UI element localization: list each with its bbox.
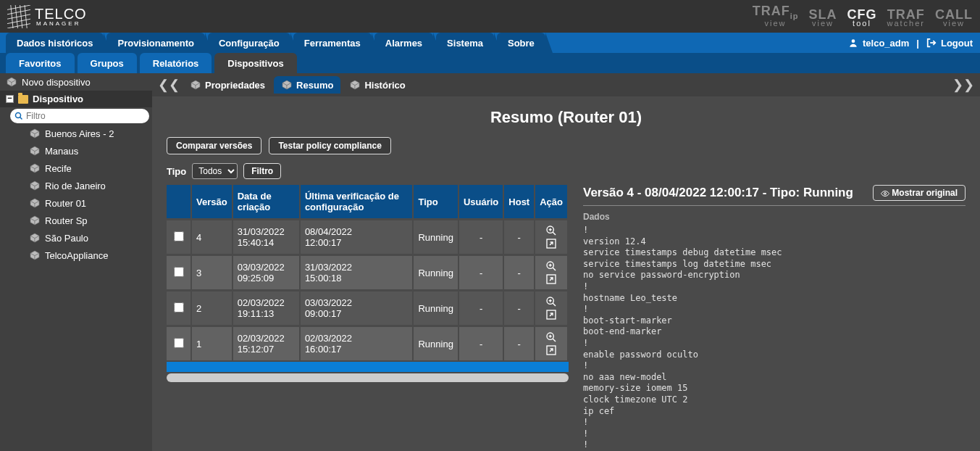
device-item[interactable]: TelcoAppliance	[0, 247, 152, 264]
nav-ferramentas[interactable]: Ferramentas	[293, 33, 372, 53]
col-header: Data de criação	[233, 185, 300, 220]
logout-icon	[926, 38, 937, 48]
table-row[interactable]: 431/03/202215:40:1408/04/202212:00:17Run…	[167, 220, 568, 255]
user-icon	[848, 38, 858, 48]
device-icon	[190, 79, 201, 91]
table-row[interactable]: 303/03/202209:25:0931/03/202215:00:18Run…	[167, 255, 568, 291]
collapse-left-icon[interactable]: ❮❮	[158, 77, 180, 93]
detail-title: Versão 4 - 08/04/2022 12:00:17 - Tipo: R…	[583, 186, 853, 200]
row-checkbox[interactable]	[174, 338, 184, 348]
svg-line-7	[20, 5, 22, 28]
nav-dados-históricos[interactable]: Dados históricos	[6, 33, 104, 53]
device-item[interactable]: Manaus	[0, 142, 152, 160]
svg-point-30	[884, 192, 887, 194]
module-switcher: TRAFipviewSLAviewCFGtoolTRAFwatcherCALLv…	[753, 5, 973, 27]
compare-versions-button[interactable]: Comparar versões	[167, 137, 261, 154]
zoom-icon[interactable]	[545, 331, 557, 343]
device-item[interactable]: Buenos Aires - 2	[0, 125, 152, 142]
col-header: Versão	[191, 185, 233, 220]
config-output: ! version 12.4 service timestamps debug …	[583, 225, 966, 451]
sidebar-filter-input[interactable]	[10, 109, 149, 123]
module-cfg[interactable]: CFGtool	[847, 9, 876, 28]
col-header: Usuário	[458, 185, 503, 220]
module-traf[interactable]: TRAFwatcher	[887, 9, 925, 28]
brand-name: TELCO	[35, 6, 87, 22]
test-policy-compliance-button[interactable]: Testar policy compliance	[269, 137, 391, 154]
zoom-icon[interactable]	[545, 260, 557, 272]
eye-icon	[881, 189, 889, 198]
module-traf-ip[interactable]: TRAFipview	[753, 5, 799, 27]
open-external-icon[interactable]	[545, 273, 557, 285]
svg-point-9	[852, 39, 855, 43]
filter-button[interactable]: Filtro	[243, 163, 281, 179]
type-filter-label: Tipo	[167, 166, 186, 177]
device-icon	[29, 180, 41, 191]
device-item[interactable]: São Paulo	[0, 229, 152, 247]
nav-configuração[interactable]: Configuração	[208, 33, 290, 53]
nav-provisionamento[interactable]: Provisionamento	[106, 33, 204, 53]
svg-line-11	[553, 232, 556, 235]
page-title: Resumo (Router 01)	[167, 108, 966, 127]
subnav-favoritos[interactable]: Favoritos	[6, 53, 75, 73]
subnav-relatórios[interactable]: Relatórios	[140, 53, 212, 73]
svg-line-26	[553, 339, 556, 342]
col-header: Host	[503, 185, 535, 220]
device-item[interactable]: Router 01	[0, 194, 152, 212]
show-original-button[interactable]: Mostrar original	[873, 185, 966, 201]
new-device-link[interactable]: Novo dispositivo	[0, 73, 152, 91]
nav-sistema[interactable]: Sistema	[436, 33, 494, 53]
detail-section-label: Dados	[583, 212, 966, 222]
col-header: Tipo	[413, 185, 458, 220]
device-icon	[29, 249, 41, 261]
col-header: Ação	[535, 185, 568, 220]
col-header: Última verificação de configuração	[300, 185, 414, 220]
folder-icon	[18, 95, 28, 104]
device-icon	[29, 197, 41, 209]
collapse-icon[interactable]: −	[6, 95, 14, 103]
username[interactable]: telco_adm	[863, 38, 909, 49]
logout-link[interactable]: Logout	[941, 38, 973, 49]
svg-line-16	[553, 268, 556, 270]
breadcrumb-histórico[interactable]: Histórico	[342, 76, 412, 94]
open-external-icon[interactable]	[545, 238, 557, 249]
horizontal-scrollbar[interactable]	[167, 373, 569, 382]
table-row[interactable]: 202/03/202219:11:1303/03/202209:00:17Run…	[167, 291, 568, 326]
subnav-dispositivos[interactable]: Dispositivos	[214, 53, 296, 73]
brand-logo[interactable]: TELCO MANAGER	[7, 5, 87, 28]
versions-table: VersãoData de criaçãoÚltima verificação …	[167, 185, 569, 360]
table-row[interactable]: 102/03/202215:12:0702/03/202216:00:17Run…	[167, 326, 568, 361]
brand-sub: MANAGER	[35, 20, 87, 27]
nav-alarmes[interactable]: Alarmes	[374, 33, 433, 53]
device-icon	[29, 215, 41, 226]
row-checkbox[interactable]	[174, 267, 184, 277]
device-item[interactable]: Rio de Janeiro	[0, 177, 152, 194]
device-icon	[6, 76, 17, 88]
svg-line-1	[7, 9, 30, 14]
module-call[interactable]: CALLview	[935, 9, 973, 28]
svg-line-3	[7, 19, 30, 23]
row-checkbox[interactable]	[174, 231, 184, 241]
expand-right-icon[interactable]: ❯❯	[952, 77, 974, 93]
subnav-grupos[interactable]: Grupos	[78, 53, 137, 73]
device-item[interactable]: Recife	[0, 160, 152, 177]
device-icon	[29, 145, 41, 157]
device-item[interactable]: Router Sp	[0, 212, 152, 229]
globe-grid-icon	[7, 5, 30, 28]
col-header	[167, 185, 191, 220]
device-tree-root[interactable]: − Dispositivo	[0, 91, 152, 107]
type-filter-select[interactable]: Todos	[192, 163, 238, 179]
breadcrumb-propriedades[interactable]: Propriedades	[183, 76, 272, 94]
nav-sobre[interactable]: Sobre	[497, 33, 545, 53]
breadcrumb-resumo[interactable]: Resumo	[274, 76, 340, 94]
svg-line-21	[553, 303, 556, 306]
module-sla[interactable]: SLAview	[808, 9, 837, 28]
device-icon	[349, 79, 361, 91]
svg-line-6	[15, 5, 17, 28]
table-highlight-bar	[167, 362, 569, 372]
svg-line-2	[7, 14, 30, 18]
zoom-icon[interactable]	[545, 225, 557, 236]
open-external-icon[interactable]	[545, 344, 557, 356]
row-checkbox[interactable]	[174, 302, 184, 313]
zoom-icon[interactable]	[545, 296, 557, 307]
open-external-icon[interactable]	[545, 309, 557, 320]
